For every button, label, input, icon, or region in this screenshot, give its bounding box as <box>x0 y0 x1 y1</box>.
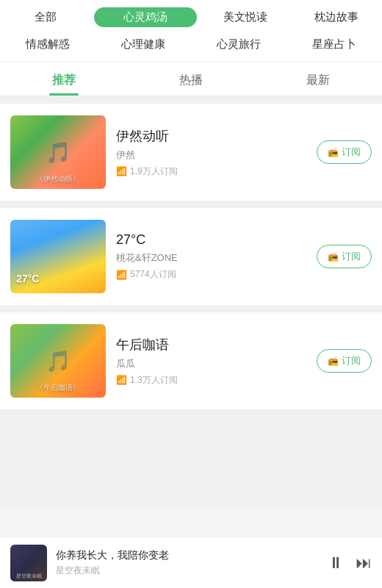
cat-bedtime[interactable]: 枕边故事 <box>291 7 382 27</box>
category-row-2: 情感解惑 心理健康 心灵旅行 星座占卜 <box>0 32 382 62</box>
podcast-title-2: 27°C <box>116 232 306 248</box>
cat-mental[interactable]: 心理健康 <box>96 35 191 54</box>
podcast-card-3: 🎵 《午后咖语》 午后咖语 瓜瓜 📶 1.3万人订阅 📻 订阅 <box>0 312 382 409</box>
subscribe-button-1[interactable]: 📻 订阅 <box>317 140 372 164</box>
podcast-author-2: 桃花&轩ZONE <box>116 251 306 265</box>
subscribe-label-2: 订阅 <box>342 250 361 263</box>
podcast-thumbnail-3[interactable]: 🎵 《午后咖语》 <box>10 324 106 398</box>
podcast-info-3: 午后咖语 瓜瓜 📶 1.3万人订阅 <box>116 336 306 387</box>
next-icon: ⏭ <box>356 553 372 573</box>
podcast-subs-1: 📶 1.9万人订阅 <box>116 165 306 178</box>
wifi-icon-3: 📶 <box>116 375 127 385</box>
player-info: 你养我长大，我陪你变老 星空夜未眠 <box>56 549 319 577</box>
podcast-info-2: 27°C 桃花&轩ZONE 📶 5774人订阅 <box>116 232 306 281</box>
bell-icon-3: 📻 <box>328 356 339 366</box>
subs-count-1: 1.9万人订阅 <box>130 165 178 178</box>
subscribe-button-2[interactable]: 📻 订阅 <box>317 245 372 268</box>
podcast-card-1: 🎵 《伊然动听》 伊然动听 伊然 📶 1.9万人订阅 📻 订阅 <box>0 104 382 201</box>
player-thumb-label: 星空夜未眠 <box>12 573 46 580</box>
podcast-info-1: 伊然动听 伊然 📶 1.9万人订阅 <box>116 127 306 178</box>
podcast-subs-2: 📶 5774人订阅 <box>116 268 306 281</box>
thumb-label-3: 《午后咖语》 <box>13 383 103 393</box>
cat-emotion[interactable]: 情感解惑 <box>0 35 96 54</box>
next-button[interactable]: ⏭ <box>356 553 372 573</box>
subs-count-2: 5774人订阅 <box>130 268 176 281</box>
player-controls: ⏸ ⏭ <box>328 553 372 573</box>
subscribe-label-3: 订阅 <box>342 354 361 368</box>
category-row-1: 全部 心灵鸡汤 美文悦读 枕边故事 <box>0 0 382 32</box>
cat-all[interactable]: 全部 <box>0 7 91 27</box>
subscribe-label-1: 订阅 <box>342 146 361 159</box>
podcast-thumbnail-1[interactable]: 🎵 《伊然动听》 <box>10 115 106 189</box>
tab-trending[interactable]: 热播 <box>127 62 254 96</box>
bottom-player: 星空夜未眠 你养我长大，我陪你变老 星空夜未眠 ⏸ ⏭ <box>0 537 382 588</box>
podcast-title-1: 伊然动听 <box>116 127 306 145</box>
cat-travel[interactable]: 心灵旅行 <box>191 35 286 54</box>
podcast-title-3: 午后咖语 <box>116 336 306 354</box>
thumb-label-1: 《伊然动听》 <box>13 174 103 184</box>
bell-icon-1: 📻 <box>328 147 339 157</box>
subscribe-button-3[interactable]: 📻 订阅 <box>317 349 372 373</box>
podcast-card-2: 27°C 27°C 桃花&轩ZONE 📶 5774人订阅 📻 订阅 <box>0 208 382 305</box>
tab-recommend[interactable]: 推荐 <box>0 62 127 96</box>
podcast-thumbnail-2[interactable]: 27°C <box>10 220 106 293</box>
thumb-temp-2: 27°C <box>16 273 39 284</box>
pause-icon: ⏸ <box>328 553 344 573</box>
tab-latest[interactable]: 最新 <box>255 62 382 96</box>
main-tab-bar: 推荐 热播 最新 <box>0 62 382 96</box>
podcast-author-1: 伊然 <box>116 148 306 162</box>
podcast-author-3: 瓜瓜 <box>116 357 306 370</box>
cat-prose[interactable]: 美文悦读 <box>200 7 291 27</box>
subs-count-3: 1.3万人订阅 <box>130 374 178 387</box>
thumb-decoration-1: 🎵 <box>46 140 71 165</box>
cat-horoscope[interactable]: 星座占卜 <box>286 35 382 54</box>
thumb-decoration-3: 🎵 <box>46 349 71 373</box>
player-thumbnail[interactable]: 星空夜未眠 <box>10 545 47 581</box>
wifi-icon-2: 📶 <box>116 270 127 280</box>
player-podcast-name: 星空夜未眠 <box>56 564 319 577</box>
content-area: 🎵 《伊然动听》 伊然动听 伊然 📶 1.9万人订阅 📻 订阅 27°C 27°… <box>0 96 382 508</box>
pause-button[interactable]: ⏸ <box>328 553 344 573</box>
bell-icon-2: 📻 <box>328 251 339 262</box>
player-song-title: 你养我长大，我陪你变老 <box>56 549 319 562</box>
wifi-icon-1: 📶 <box>116 166 127 176</box>
cat-soul-soup[interactable]: 心灵鸡汤 <box>94 7 197 27</box>
podcast-subs-3: 📶 1.3万人订阅 <box>116 374 306 387</box>
